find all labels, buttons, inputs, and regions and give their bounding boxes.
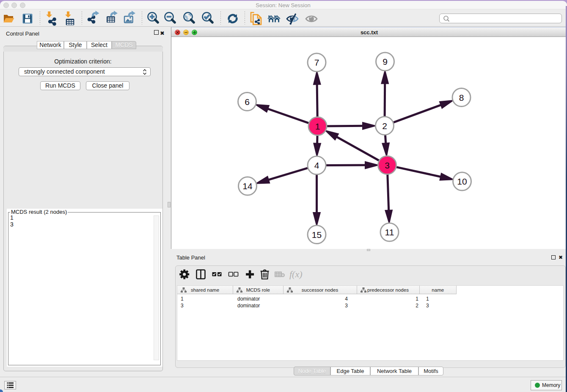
- svg-text:2: 2: [382, 121, 387, 131]
- svg-text:3: 3: [385, 160, 390, 170]
- svg-text:10: 10: [457, 177, 467, 186]
- svg-text:6: 6: [245, 97, 250, 107]
- svg-text:4: 4: [314, 160, 319, 170]
- svg-text:11: 11: [385, 227, 394, 237]
- svg-text:8: 8: [459, 93, 464, 102]
- svg-text:7: 7: [314, 58, 319, 67]
- svg-text:1: 1: [315, 121, 320, 131]
- svg-text:14: 14: [242, 181, 253, 191]
- svg-text:15: 15: [312, 230, 322, 240]
- svg-text:9: 9: [383, 57, 388, 66]
